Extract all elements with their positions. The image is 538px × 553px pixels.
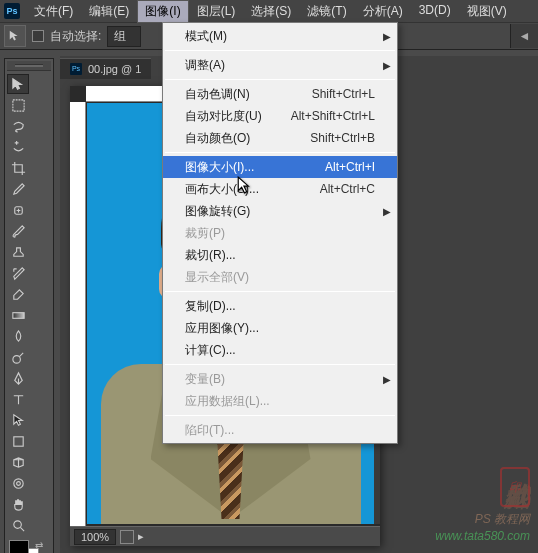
menu-separator [165, 291, 395, 292]
menu-item[interactable]: 应用图像(Y)... [163, 317, 397, 339]
menu-item-shortcut: Alt+Ctrl+C [320, 182, 375, 196]
menu-item[interactable]: 复制(D)... [163, 295, 397, 317]
watermark-calligraphy: 他她我都欣 [503, 343, 530, 463]
ruler-vertical[interactable] [70, 102, 86, 526]
watermark-line1: PS 教程网 [435, 511, 530, 528]
panel-collapse-icon[interactable]: ◄ [510, 24, 538, 48]
menu-separator [165, 79, 395, 80]
type-tool[interactable] [7, 389, 29, 409]
menu-item-label: 自动色调(N) [185, 86, 312, 103]
menubar-item[interactable]: 图层(L) [189, 0, 244, 23]
menu-item[interactable]: 模式(M)▶ [163, 25, 397, 47]
3d-camera-tool[interactable] [7, 473, 29, 493]
move-tool[interactable] [7, 74, 29, 94]
menu-item-label: 调整(A) [185, 57, 375, 74]
swap-colors-icon[interactable]: ⇄ [35, 540, 43, 551]
menu-item[interactable]: 计算(C)... [163, 339, 397, 361]
3d-tool[interactable] [7, 452, 29, 472]
history-brush-tool[interactable] [7, 263, 29, 283]
pen-tool[interactable] [7, 368, 29, 388]
app-logo: Ps [4, 3, 20, 19]
status-menu-icon[interactable]: ▸ [138, 530, 144, 543]
eraser-tool[interactable] [7, 284, 29, 304]
eyedropper-tool[interactable] [7, 179, 29, 199]
menu-item-label: 画布大小(S)... [185, 181, 320, 198]
watermark: 他她我都欣 印 PS 教程网 www.tata580.com [435, 343, 530, 545]
stamp-tool[interactable] [7, 242, 29, 262]
menu-item[interactable]: 图像大小(I)...Alt+Ctrl+I [163, 156, 397, 178]
svg-rect-2 [12, 312, 23, 318]
menu-item: 变量(B)▶ [163, 368, 397, 390]
menu-item-label: 复制(D)... [185, 298, 375, 315]
auto-select-label: 自动选择: [50, 28, 101, 45]
menubar-item[interactable]: 选择(S) [243, 0, 299, 23]
menu-item: 裁剪(P) [163, 222, 397, 244]
menubar-item[interactable]: 滤镜(T) [299, 0, 354, 23]
menubar-item[interactable]: 视图(V) [459, 0, 515, 23]
menubar-item[interactable]: 文件(F) [26, 0, 81, 23]
zoom-tool[interactable] [7, 515, 29, 535]
submenu-arrow-icon: ▶ [383, 31, 391, 42]
lasso-tool[interactable] [7, 116, 29, 136]
menu-item-label: 模式(M) [185, 28, 375, 45]
svg-rect-0 [12, 99, 23, 110]
menu-item-label: 应用图像(Y)... [185, 320, 375, 337]
menubar-item[interactable]: 分析(A) [355, 0, 411, 23]
dodge-tool[interactable] [7, 347, 29, 367]
menu-item[interactable]: 自动颜色(O)Shift+Ctrl+B [163, 127, 397, 149]
menu-item: 陷印(T)... [163, 419, 397, 441]
menubar-item[interactable]: 编辑(E) [81, 0, 137, 23]
svg-point-3 [12, 355, 20, 363]
watermark-line2: www.tata580.com [435, 528, 530, 545]
menubar-item[interactable]: 图像(I) [137, 0, 188, 23]
color-swatches[interactable]: ⇄ [9, 540, 51, 553]
menu-separator [165, 152, 395, 153]
path-select-tool[interactable] [7, 410, 29, 430]
brush-tool[interactable] [7, 221, 29, 241]
blur-tool[interactable] [7, 326, 29, 346]
menubar-item[interactable]: 3D(D) [411, 0, 459, 23]
menu-item-shortcut: Shift+Ctrl+B [310, 131, 375, 145]
menu-item[interactable]: 自动色调(N)Shift+Ctrl+L [163, 83, 397, 105]
auto-select-dropdown[interactable]: 组 [107, 26, 141, 47]
auto-select-checkbox[interactable] [32, 30, 44, 42]
image-menu: 模式(M)▶调整(A)▶自动色调(N)Shift+Ctrl+L自动对比度(U)A… [162, 22, 398, 444]
menu-item[interactable]: 图像旋转(G)▶ [163, 200, 397, 222]
healing-tool[interactable] [7, 200, 29, 220]
document-filename: 00.jpg @ 1 [88, 63, 141, 75]
hand-tool[interactable] [7, 494, 29, 514]
menu-item-shortcut: Shift+Ctrl+L [312, 87, 375, 101]
submenu-arrow-icon: ▶ [383, 374, 391, 385]
menu-item: 应用数据组(L)... [163, 390, 397, 412]
shape-tool[interactable] [7, 431, 29, 451]
menu-item[interactable]: 画布大小(S)...Alt+Ctrl+C [163, 178, 397, 200]
quick-select-tool[interactable] [7, 137, 29, 157]
status-info-icon[interactable] [120, 530, 134, 544]
watermark-seal: 印 [500, 467, 530, 507]
zoom-level[interactable]: 100% [74, 529, 116, 545]
svg-point-6 [16, 481, 20, 485]
menu-item-label: 自动颜色(O) [185, 130, 310, 147]
active-tool-indicator[interactable] [4, 25, 26, 47]
menu-item-label: 图像大小(I)... [185, 159, 325, 176]
menu-separator [165, 364, 395, 365]
menu-item-label: 裁剪(P) [185, 225, 375, 242]
marquee-tool[interactable] [7, 95, 29, 115]
menu-item-shortcut: Alt+Ctrl+I [325, 160, 375, 174]
menu-item[interactable]: 调整(A)▶ [163, 54, 397, 76]
svg-rect-4 [13, 436, 22, 445]
status-bar: 100% ▸ [70, 526, 380, 546]
menu-item[interactable]: 裁切(R)... [163, 244, 397, 266]
menu-item-label: 陷印(T)... [185, 422, 375, 439]
toolbox-grip[interactable] [7, 61, 51, 71]
menu-item[interactable]: 自动对比度(U)Alt+Shift+Ctrl+L [163, 105, 397, 127]
gradient-tool[interactable] [7, 305, 29, 325]
doc-type-icon: Ps [70, 63, 82, 75]
submenu-arrow-icon: ▶ [383, 206, 391, 217]
foreground-swatch[interactable] [9, 540, 29, 553]
crop-tool[interactable] [7, 158, 29, 178]
menubar: Ps 文件(F)编辑(E)图像(I)图层(L)选择(S)滤镜(T)分析(A)3D… [0, 0, 538, 22]
menu-item-label: 裁切(R)... [185, 247, 375, 264]
document-tab[interactable]: Ps 00.jpg @ 1 [60, 58, 151, 79]
menu-item-label: 计算(C)... [185, 342, 375, 359]
